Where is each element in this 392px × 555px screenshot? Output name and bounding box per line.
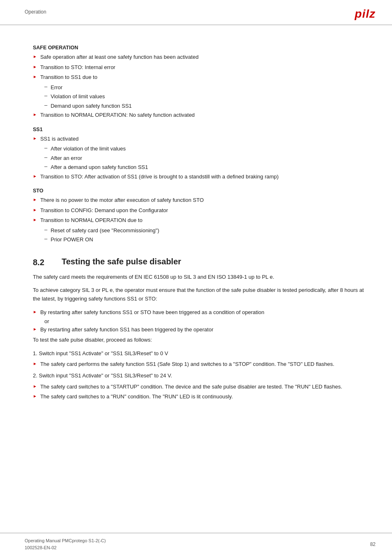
bullet-text: There is no power to the motor after exe…	[40, 196, 204, 204]
sto-list: ► There is no power to the motor after e…	[33, 196, 367, 244]
step-1-num: 1.	[33, 350, 37, 356]
bullet-triangle: ►	[33, 361, 37, 367]
dash-item: – After a demand upon safety function SS…	[44, 163, 367, 171]
bullet-text: The safety card switches to a "RUN" cond…	[40, 393, 233, 401]
bullet-triangle: ►	[33, 217, 37, 223]
section-82-bullets: ► By restarting after safety functions S…	[33, 308, 367, 317]
list-item: ► Transition to STO: After activation of…	[33, 173, 367, 181]
dash-item: – Reset of safety card (see "Recommissio…	[44, 227, 367, 235]
bullet-text: By restarting after safety function SS1 …	[40, 326, 213, 334]
bullet-triangle: ►	[33, 393, 37, 399]
bullet-triangle: ►	[33, 64, 37, 70]
footer-manual: Operating Manual PMCprotego S1-2(-C) 100…	[25, 537, 106, 551]
bullet-text: SS1 is activated	[40, 135, 78, 143]
list-item: ► The safety card performs the safety fu…	[33, 360, 367, 368]
bullet-text: Transition to CONFIG: Demand upon the Co…	[40, 206, 168, 215]
step-1-label: 1. Switch input "SS1 Activate" or "SS1 S…	[33, 349, 367, 358]
dash-symbol: –	[44, 236, 47, 242]
dash-text: Demand upon safety function SS1	[51, 102, 131, 110]
list-item: ► Transition to CONFIG: Demand upon the …	[33, 206, 367, 215]
bullet-triangle: ►	[33, 135, 37, 141]
dash-item: – After an error	[44, 154, 367, 162]
list-item: ► Safe operation after at least one safe…	[33, 53, 367, 61]
bullet-triangle: ►	[33, 309, 37, 315]
step-1-bullets: ► The safety card performs the safety fu…	[33, 360, 367, 368]
dash-sublist: – Error – Violation of limit values – De…	[44, 83, 367, 110]
list-item: ► The safety card switches to a "RUN" co…	[33, 393, 367, 401]
section-82-heading: 8.2 Testing the safe pulse disabler	[33, 257, 367, 267]
dash-text: Reset of safety card (see "Recommissioni…	[51, 227, 159, 235]
bullet-triangle: ►	[33, 74, 37, 80]
page-header: Operation pilz	[0, 0, 392, 25]
bullet-triangle: ►	[33, 173, 37, 179]
list-item: ► SS1 is activated	[33, 135, 367, 143]
bullet-text: The safety card performs the safety func…	[40, 360, 334, 368]
bullet-text: Transition to SS1 due to	[40, 73, 97, 81]
list-item: ► By restarting after safety functions S…	[33, 308, 367, 317]
step-2-label: 2. Switch input "SS1 Activate" or "SS1 S…	[33, 372, 367, 380]
dash-text: Prior POWER ON	[51, 236, 93, 244]
dash-symbol: –	[44, 92, 47, 99]
dash-symbol: –	[44, 227, 47, 233]
dash-text: Error	[51, 83, 62, 92]
list-item: ► Transition to SS1 due to	[33, 73, 367, 81]
page-footer: Operating Manual PMCprotego S1-2(-C) 100…	[0, 533, 392, 555]
step-1-text: Switch input "SS1 Activate" or "SS1 SIL3…	[39, 350, 168, 356]
step-2-text: Switch input "SS1 Activate" or "SS1 SIL3…	[39, 372, 172, 379]
dash-text: Violation of limit values	[51, 92, 105, 101]
or-text: or	[44, 318, 367, 324]
footer-manual-title: Operating Manual PMCprotego S1-2(-C)	[25, 537, 106, 544]
footer-version: 1002528-EN-02	[25, 544, 106, 551]
ss1-list: ► SS1 is activated – After violation of …	[33, 135, 367, 181]
bullet-text: Safe operation after at least one safety…	[40, 53, 198, 61]
section-title: Testing the safe pulse disabler	[62, 257, 181, 266]
dash-sublist: – Reset of safety card (see "Recommissio…	[44, 227, 367, 244]
dash-text: After a demand upon safety function SS1	[51, 163, 148, 171]
bullet-text: Transition to STO: After activation of S…	[40, 173, 279, 181]
dash-symbol: –	[44, 145, 47, 151]
section-82-para1: The safety card meets the requirements o…	[33, 273, 367, 282]
footer-page: 82	[370, 541, 376, 547]
list-item: ► Transition to STO: Internal error	[33, 63, 367, 72]
bullet-triangle: ►	[33, 207, 37, 213]
dash-text: After an error	[51, 154, 82, 162]
dash-item: – Prior POWER ON	[44, 236, 367, 244]
dash-item: – After violation of the limit values	[44, 145, 367, 153]
dash-sublist: – After violation of the limit values – …	[44, 145, 367, 171]
dash-symbol: –	[44, 83, 47, 90]
dash-symbol: –	[44, 102, 47, 108]
section-82-bullets-2: ► By restarting after safety function SS…	[33, 326, 367, 334]
step-2-bullets: ► The safety card switches to a "STARTUP…	[33, 383, 367, 401]
bullet-triangle: ►	[33, 53, 37, 60]
bullet-triangle: ►	[33, 326, 37, 332]
main-content: SAFE OPERATION ► Safe operation after at…	[0, 25, 392, 533]
dash-item: – Violation of limit values	[44, 92, 367, 101]
pilz-logo: pilz	[355, 7, 376, 21]
dash-item: – Error	[44, 83, 367, 92]
section-number: 8.2	[33, 258, 62, 267]
list-item: ► Transition to NORMAL OPERATION due to	[33, 216, 367, 224]
step-2-num: 2.	[33, 372, 37, 379]
section-82-para2: To achieve category SIL 3 or PL e, the o…	[33, 286, 367, 303]
bullet-text: Transition to STO: Internal error	[40, 63, 115, 72]
bullet-triangle: ►	[33, 383, 37, 389]
list-item: ► By restarting after safety function SS…	[33, 326, 367, 334]
safe-operation-list: ► Safe operation after at least one safe…	[33, 53, 367, 119]
dash-symbol: –	[44, 163, 47, 169]
safe-operation-label: SAFE OPERATION	[33, 45, 367, 51]
section-label: Operation	[25, 7, 46, 15]
section-82-para3: To test the safe pulse disabler, proceed…	[33, 336, 367, 345]
dash-item: – Demand upon safety function SS1	[44, 102, 367, 110]
list-item: ► The safety card switches to a "STARTUP…	[33, 383, 367, 391]
sto-label: STO	[33, 188, 367, 194]
dash-symbol: –	[44, 154, 47, 160]
bullet-text: The safety card switches to a "STARTUP" …	[40, 383, 342, 391]
bullet-text: Transition to NORMAL OPERATION: No safet…	[40, 111, 195, 119]
bullet-text: Transition to NORMAL OPERATION due to	[40, 216, 143, 224]
ss1-label: SS1	[33, 127, 367, 132]
bullet-triangle: ►	[33, 111, 37, 118]
dash-text: After violation of the limit values	[51, 145, 126, 153]
list-item: ► There is no power to the motor after e…	[33, 196, 367, 204]
bullet-triangle: ►	[33, 197, 37, 203]
list-item: ► Transition to NORMAL OPERATION: No saf…	[33, 111, 367, 119]
